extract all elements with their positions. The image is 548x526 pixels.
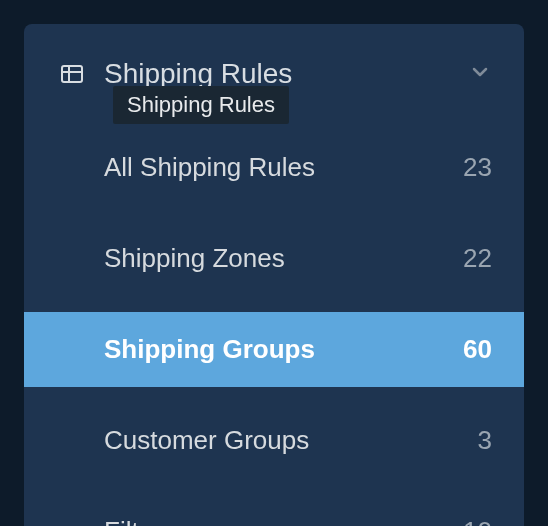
sidebar-item-shipping-groups[interactable]: Shipping Groups 60	[24, 312, 524, 387]
sidebar-item-label: Shipping Zones	[104, 243, 285, 274]
tooltip: Shipping Rules	[113, 86, 289, 124]
sidebar-item-label: Shipping Groups	[104, 334, 315, 365]
chevron-down-icon[interactable]	[468, 60, 492, 88]
sidebar-item-filters[interactable]: Filters 10	[24, 494, 524, 526]
nav-list: All Shipping Rules 23 Shipping Zones 22 …	[24, 130, 524, 526]
svg-rect-0	[62, 66, 82, 82]
sidebar-item-label: All Shipping Rules	[104, 152, 315, 183]
sidebar-item-count: 3	[478, 425, 492, 456]
sidebar-item-label: Filters	[104, 516, 175, 526]
sidebar-item-count: 60	[463, 334, 492, 365]
sidebar-item-all-shipping-rules[interactable]: All Shipping Rules 23	[24, 130, 524, 205]
table-icon	[60, 62, 84, 86]
sidebar: Shipping Rules Shipping Rules All Shippi…	[24, 24, 524, 526]
sidebar-item-label: Customer Groups	[104, 425, 309, 456]
sidebar-item-count: 10	[463, 516, 492, 526]
sidebar-item-shipping-zones[interactable]: Shipping Zones 22	[24, 221, 524, 296]
sidebar-item-count: 22	[463, 243, 492, 274]
sidebar-item-customer-groups[interactable]: Customer Groups 3	[24, 403, 524, 478]
sidebar-item-count: 23	[463, 152, 492, 183]
